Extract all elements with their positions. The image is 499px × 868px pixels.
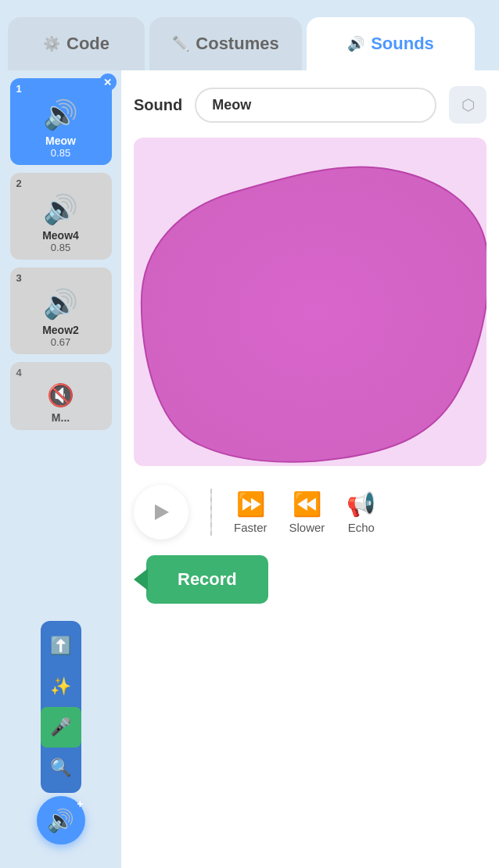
sound-icon-4: 🔇 xyxy=(47,382,74,408)
copy-icon: ⬡ xyxy=(461,95,475,114)
add-sound-fab[interactable]: 🔊 + xyxy=(37,796,85,845)
sound-icon-3: 🔊 xyxy=(43,288,78,321)
speaker-icon: 🔊 xyxy=(47,808,74,834)
costumes-icon: ✏️ xyxy=(172,35,189,52)
mic-icon: 🎤 xyxy=(50,717,71,737)
upload-sound-button[interactable]: ⬆️ xyxy=(41,626,81,666)
top-tabs: ⚙️ Code ✏️ Costumes 🔊 Sounds xyxy=(0,0,499,70)
sounds-tab-label: Sounds xyxy=(371,34,434,54)
sound-duration-3: 0.67 xyxy=(51,336,70,348)
record-button[interactable]: Record xyxy=(146,555,268,604)
sound-duration-2: 0.85 xyxy=(51,242,70,253)
delete-button-1[interactable]: ✕ xyxy=(99,74,117,91)
search-icon: 🔍 xyxy=(50,758,71,778)
magic-effect-button[interactable]: ✨ xyxy=(41,666,81,707)
copy-button[interactable]: ⬡ xyxy=(449,86,486,124)
sound-item-1[interactable]: 1 ✕ 🔊 Meow 0.85 xyxy=(10,78,112,165)
echo-icon: 📢 xyxy=(346,490,375,518)
sound-name-row: Sound ⬡ xyxy=(134,86,486,124)
sound-name-2: Meow4 xyxy=(42,229,79,242)
faster-icon: ⏩ xyxy=(236,490,265,518)
waveform-display xyxy=(134,138,486,466)
costumes-tab-label: Costumes xyxy=(196,34,278,54)
sound-duration-1: 0.85 xyxy=(51,147,70,159)
item-number-4: 4 xyxy=(16,367,22,378)
waveform-svg xyxy=(134,138,486,466)
faster-button[interactable]: ⏩ Faster xyxy=(234,490,267,534)
record-arrow xyxy=(134,569,148,590)
slower-button[interactable]: ⏪ Slower xyxy=(289,490,325,534)
slower-label: Slower xyxy=(289,521,325,534)
sound-name-4: M... xyxy=(52,411,70,424)
sound-name-input[interactable] xyxy=(195,88,436,123)
plus-badge: + xyxy=(77,798,83,810)
echo-button[interactable]: 📢 Echo xyxy=(346,490,375,534)
sound-item-3[interactable]: 3 🔊 Meow2 0.67 xyxy=(10,267,112,354)
sound-icon-2: 🔊 xyxy=(43,193,78,226)
fab-menu-panel: ⬆️ ✨ 🎤 🔍 xyxy=(41,621,81,793)
controls-divider xyxy=(210,489,212,536)
content-area: Sound ⬡ xyxy=(121,70,499,868)
sound-item-2[interactable]: 2 🔊 Meow4 0.85 xyxy=(10,173,112,260)
sound-item-4[interactable]: 4 🔇 M... xyxy=(10,362,112,430)
main-layout: 1 ✕ 🔊 Meow 0.85 2 🔊 Meow4 0.85 3 🔊 Meow2… xyxy=(0,70,499,868)
sound-icon-1: 🔊 xyxy=(43,99,78,131)
echo-label: Echo xyxy=(348,521,375,534)
search-sound-button[interactable]: 🔍 xyxy=(41,748,81,788)
code-icon: ⚙️ xyxy=(43,35,60,52)
item-number-2: 2 xyxy=(16,178,22,189)
magic-icon: ✨ xyxy=(50,676,71,697)
tab-code[interactable]: ⚙️ Code xyxy=(8,17,145,70)
record-sound-button[interactable]: 🎤 xyxy=(41,707,81,748)
sound-name-3: Meow2 xyxy=(42,324,79,336)
faster-label: Faster xyxy=(234,521,267,534)
slower-icon: ⏪ xyxy=(293,490,321,518)
record-wrapper: Record xyxy=(134,555,486,604)
record-label: Record xyxy=(178,569,237,590)
code-tab-label: Code xyxy=(66,34,109,54)
play-icon xyxy=(150,501,172,523)
sounds-icon: 🔊 xyxy=(347,35,364,52)
svg-marker-0 xyxy=(155,504,169,520)
tab-sounds[interactable]: 🔊 Sounds xyxy=(307,17,475,70)
tab-costumes[interactable]: ✏️ Costumes xyxy=(149,17,302,70)
play-button[interactable] xyxy=(134,485,188,540)
sidebar: 1 ✕ 🔊 Meow 0.85 2 🔊 Meow4 0.85 3 🔊 Meow2… xyxy=(0,70,121,868)
sound-label: Sound xyxy=(134,96,182,114)
sound-name-1: Meow xyxy=(45,135,76,147)
item-number-1: 1 xyxy=(16,83,22,95)
controls-row: ⏩ Faster ⏪ Slower 📢 Echo xyxy=(134,485,486,540)
upload-icon: ⬆️ xyxy=(50,636,71,656)
item-number-3: 3 xyxy=(16,272,22,284)
fab-menu: ⬆️ ✨ 🎤 🔍 🔊 + xyxy=(37,621,85,845)
